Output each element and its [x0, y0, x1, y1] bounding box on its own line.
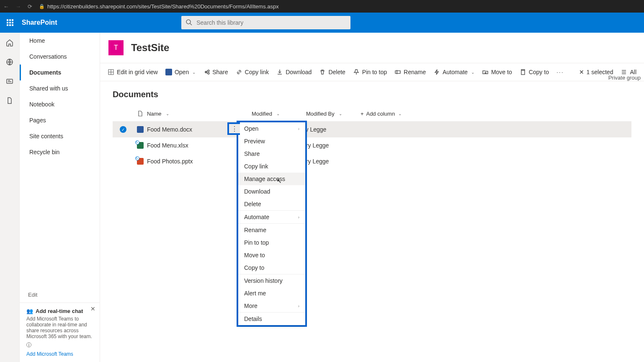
- ctx-move-to[interactable]: Move to: [238, 249, 305, 261]
- table-row[interactable]: ✓Food Memo.docx⇪⋮ry Legge: [113, 122, 631, 137]
- column-headers: Name⌄ Modified⌄ Modified By⌄ +Add column…: [113, 107, 631, 122]
- info-icon[interactable]: i: [26, 342, 31, 347]
- more-commands-button[interactable]: ···: [556, 69, 564, 75]
- share-button[interactable]: Share: [203, 69, 228, 75]
- table-row[interactable]: ↻Food Photos.pptxry Legge: [113, 153, 631, 169]
- search-input[interactable]: [181, 16, 350, 29]
- word-icon: [165, 69, 172, 75]
- column-modified-by[interactable]: Modified By⌄: [306, 111, 361, 117]
- ctx-more[interactable]: More›: [238, 300, 305, 312]
- ctx-pin-to-top[interactable]: Pin to top: [238, 236, 305, 249]
- svg-rect-18: [395, 71, 400, 73]
- file-name[interactable]: Food Photos.pptx: [147, 158, 193, 165]
- brand-label[interactable]: SharePoint: [20, 19, 57, 26]
- ctx-rename[interactable]: Rename: [238, 224, 305, 236]
- back-icon[interactable]: ←: [3, 3, 9, 10]
- sidebar-item-home[interactable]: Home: [20, 33, 100, 49]
- sidebar-item-conversations[interactable]: Conversations: [20, 49, 100, 65]
- site-nav: HomeConversationsDocumentsShared with us…: [20, 33, 100, 287]
- ctx-details[interactable]: Details: [238, 313, 305, 325]
- row-more-button[interactable]: ⋮: [227, 122, 240, 135]
- sidebar-item-recycle-bin[interactable]: Recycle bin: [20, 144, 100, 160]
- nav-edit-link[interactable]: Edit: [20, 287, 100, 303]
- ctx-preview[interactable]: Preview: [238, 135, 305, 147]
- ctx-alert-me[interactable]: Alert me: [238, 287, 305, 300]
- ppt-icon: ↻: [137, 158, 144, 165]
- modified-by[interactable]: ry Legge: [306, 142, 361, 149]
- modified-by[interactable]: ry Legge: [304, 126, 358, 133]
- site-sidebar: HomeConversationsDocumentsShared with us…: [20, 33, 100, 362]
- ctx-copy-to[interactable]: Copy to: [238, 261, 305, 274]
- library-title: Documents: [113, 90, 631, 99]
- download-button[interactable]: Download: [276, 69, 312, 75]
- copy-link-button[interactable]: Copy link: [236, 69, 269, 75]
- command-bar: Edit in grid view Open⌄ Share Copy link …: [100, 63, 644, 81]
- chevron-down-icon: ⌄: [276, 111, 280, 116]
- svg-rect-20: [521, 70, 525, 75]
- globe-icon[interactable]: [5, 58, 14, 66]
- chevron-right-icon: ›: [298, 215, 299, 220]
- close-icon[interactable]: ✕: [90, 305, 95, 312]
- add-column-button[interactable]: +Add column⌄: [361, 111, 402, 117]
- sidebar-item-notebook[interactable]: Notebook: [20, 96, 100, 112]
- svg-rect-6: [7, 24, 8, 26]
- pin-button[interactable]: Pin to top: [353, 69, 387, 75]
- sidebar-item-documents[interactable]: Documents: [20, 65, 100, 80]
- chevron-right-icon: ›: [298, 304, 299, 308]
- chevron-down-icon: ⌄: [339, 111, 342, 116]
- selected-check-icon[interactable]: ✓: [120, 126, 126, 133]
- word-icon: [137, 126, 144, 133]
- teams-icon: 👥: [26, 308, 33, 314]
- site-privacy-label: Private group: [608, 75, 641, 81]
- column-modified[interactable]: Modified⌄: [252, 111, 306, 117]
- sidebar-item-pages[interactable]: Pages: [20, 112, 100, 128]
- files-icon[interactable]: [5, 96, 14, 105]
- ctx-automate[interactable]: Automate›: [238, 211, 305, 223]
- sidebar-item-shared-with-us[interactable]: Shared with us: [20, 80, 100, 96]
- ctx-copy-link[interactable]: Copy link: [238, 160, 305, 173]
- table-row[interactable]: ↻Food Menu.xlsxry Legge: [113, 137, 631, 153]
- ctx-manage-access[interactable]: Manage access: [238, 173, 305, 185]
- file-name[interactable]: Food Menu.xlsx: [147, 142, 188, 149]
- svg-rect-0: [7, 19, 8, 21]
- delete-button[interactable]: Delete: [319, 69, 345, 75]
- file-name[interactable]: Food Memo.docx: [147, 126, 192, 133]
- chevron-down-icon: ⌄: [192, 70, 196, 75]
- column-name[interactable]: Name⌄: [147, 111, 252, 117]
- svg-rect-12: [7, 79, 13, 83]
- sidebar-item-site-contents[interactable]: Site contents: [20, 128, 100, 144]
- svg-line-10: [190, 23, 192, 25]
- home-icon[interactable]: [5, 39, 14, 47]
- site-logo[interactable]: T: [108, 40, 124, 55]
- copy-to-button[interactable]: Copy to: [520, 69, 549, 75]
- app-launcher-icon[interactable]: [0, 13, 20, 33]
- news-icon[interactable]: [5, 77, 14, 85]
- teams-promo-body: Add Microsoft Teams to collaborate in re…: [26, 316, 93, 339]
- add-teams-link[interactable]: Add Microsoft Teams: [26, 351, 93, 357]
- ctx-delete[interactable]: Delete: [238, 198, 305, 210]
- automate-button[interactable]: Automate⌄: [433, 69, 474, 75]
- svg-point-9: [186, 20, 191, 24]
- modified-by[interactable]: ry Legge: [306, 158, 361, 165]
- edit-grid-button[interactable]: Edit in grid view: [108, 69, 158, 75]
- site-title[interactable]: TestSite: [131, 42, 170, 54]
- forward-icon[interactable]: →: [15, 3, 21, 10]
- open-button[interactable]: Open⌄: [165, 69, 196, 75]
- reload-icon[interactable]: ⟳: [28, 3, 32, 10]
- chevron-down-icon: ⌄: [398, 111, 402, 116]
- context-menu: Open›PreviewShareCopy linkManage accessD…: [238, 122, 305, 325]
- ctx-version-history[interactable]: Version history: [238, 274, 305, 287]
- rename-button[interactable]: Rename: [394, 69, 426, 75]
- address-url[interactable]: https://citizenbuilders.sharepoint.com/s…: [47, 3, 279, 10]
- file-type-icon[interactable]: [137, 110, 144, 117]
- svg-rect-4: [9, 22, 11, 23]
- ctx-open[interactable]: Open›: [238, 122, 305, 135]
- ctx-download[interactable]: Download: [238, 185, 305, 198]
- app-rail: [0, 33, 20, 362]
- suite-bar: SharePoint: [0, 13, 644, 33]
- ctx-share[interactable]: Share: [238, 147, 305, 160]
- chevron-right-icon: ›: [298, 127, 299, 131]
- move-to-button[interactable]: Move to: [482, 69, 512, 75]
- chevron-down-icon: ⌄: [166, 111, 169, 116]
- excel-icon: ↻: [137, 142, 144, 149]
